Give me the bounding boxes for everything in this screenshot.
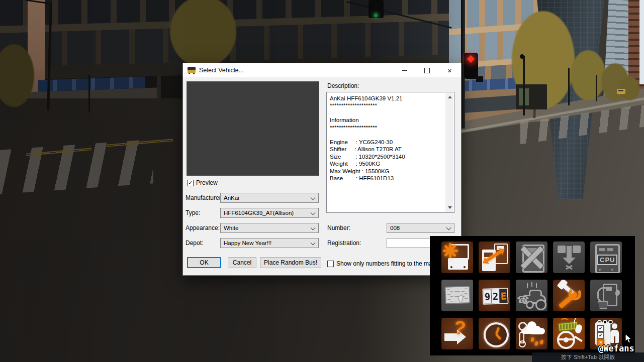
preview-checkbox-row: Preview xyxy=(187,179,218,186)
cloud-icon xyxy=(524,326,541,333)
vehicle-preview-image xyxy=(187,81,319,176)
appearance-value: White xyxy=(224,225,238,231)
preview-label: Preview xyxy=(196,179,218,186)
scroll-down-icon[interactable] xyxy=(448,206,452,209)
control-settings-button[interactable] xyxy=(553,318,585,349)
time-settings-button[interactable] xyxy=(479,318,510,349)
phone-icon: ☎ xyxy=(517,295,529,305)
appearance-dropdown[interactable]: White xyxy=(220,223,319,233)
place-random-bus-button[interactable]: Place Random Bus! xyxy=(260,257,321,268)
refuel-button[interactable] xyxy=(590,280,622,311)
park-vehicle-button[interactable] xyxy=(553,242,585,273)
maximize-icon xyxy=(424,68,430,73)
steering-wheel-icon xyxy=(557,331,575,349)
type-dropdown[interactable]: HFF6104GK39_AT(Allison) xyxy=(220,208,319,218)
toolbar-grid: CPU 9 2 E ☎ xyxy=(441,242,622,349)
description-text: AnKai HFF6104GK39 V1.21 ****************… xyxy=(330,95,443,210)
repair-vehicle-button[interactable] xyxy=(553,280,585,311)
omsi-game-screen: Select Vehicle... × Preview Manufacturer… xyxy=(0,0,644,362)
lamp-pole-right xyxy=(523,56,525,115)
ai-vehicle-button[interactable]: CPU xyxy=(590,242,622,273)
minimize-button[interactable] xyxy=(393,63,416,77)
clock-icon xyxy=(484,322,509,347)
manufacturer-value: AnKai xyxy=(224,195,239,201)
window-controls: × xyxy=(393,63,461,77)
watermark: @Wefans xyxy=(598,343,634,353)
type-value: HFF6104GK39_AT(Allison) xyxy=(224,210,294,216)
cpu-icon: CPU xyxy=(597,255,617,265)
timetable-sheet-icon xyxy=(444,286,470,304)
thermometer-icon xyxy=(519,332,524,343)
rain-drops-icon xyxy=(530,337,534,342)
type-label: Type: xyxy=(186,209,200,216)
manufacturer-dropdown[interactable]: AnKai xyxy=(220,193,319,203)
select-vehicle-dialog: Select Vehicle... × Preview Manufacturer… xyxy=(182,63,462,276)
wrench-icon xyxy=(559,292,578,309)
ok-button[interactable]: OK xyxy=(187,257,221,268)
depot-dropdown[interactable]: Happy New Year!!! xyxy=(220,238,319,248)
tree xyxy=(571,50,606,100)
number-value: 008 xyxy=(390,225,400,231)
bus-icon xyxy=(188,67,196,73)
map-filter-checkbox[interactable] xyxy=(327,261,334,267)
call-service-car-button[interactable]: ☎ xyxy=(516,280,547,311)
dialog-titlebar[interactable]: Select Vehicle... × xyxy=(183,63,461,77)
registration-label: Registration: xyxy=(327,239,361,247)
chevron-down-icon xyxy=(311,210,316,215)
chevron-down-icon xyxy=(311,225,316,230)
preview-checkbox[interactable] xyxy=(187,180,194,186)
dialog-title: Select Vehicle... xyxy=(199,67,244,74)
down-arrow-icon xyxy=(567,246,572,258)
destination-sign-button[interactable]: 9 2 E xyxy=(479,280,510,311)
remove-vehicle-button[interactable] xyxy=(516,242,547,273)
cancel-button[interactable]: Cancel xyxy=(228,257,256,268)
maximize-button[interactable] xyxy=(416,63,438,77)
distant-taxi xyxy=(617,89,625,94)
manufacturer-label: Manufacturer: xyxy=(186,194,223,201)
person-icon xyxy=(610,330,619,343)
rollsign-icon: 9 2 E xyxy=(482,288,508,305)
description-box: AnKai HFF6104GK39 V1.21 ****************… xyxy=(326,92,454,213)
chevron-down-icon xyxy=(311,240,316,246)
minimize-icon xyxy=(402,70,407,71)
mouse-cursor xyxy=(625,333,632,344)
appearance-label: Appearance: xyxy=(186,224,220,231)
steam-overlay-hint: 按下 Shift+Tab 以開啟 xyxy=(532,352,644,362)
sky-sliver xyxy=(639,0,644,84)
game-toolbar-panel: CPU 9 2 E ☎ xyxy=(430,236,635,355)
weather-settings-button[interactable] xyxy=(516,318,547,349)
scroll-up-icon[interactable] xyxy=(448,96,452,98)
bush xyxy=(619,76,639,100)
chevron-down-icon xyxy=(311,195,316,200)
description-label: Description: xyxy=(327,82,359,89)
scrollbar[interactable] xyxy=(445,93,453,212)
route-info-button[interactable]: ? xyxy=(441,318,473,349)
depot-value: Happy New Year!!! xyxy=(224,240,271,246)
timetable-button[interactable] xyxy=(441,280,473,311)
close-icon: × xyxy=(447,67,452,74)
place-new-vehicle-button[interactable] xyxy=(441,242,473,273)
close-button[interactable]: × xyxy=(438,63,461,77)
switch-vehicle-button[interactable] xyxy=(479,242,510,273)
depot-label: Depot: xyxy=(186,239,203,247)
number-label: Number: xyxy=(327,224,350,231)
chevron-down-icon xyxy=(446,225,451,230)
number-dropdown[interactable]: 008 xyxy=(387,223,454,233)
